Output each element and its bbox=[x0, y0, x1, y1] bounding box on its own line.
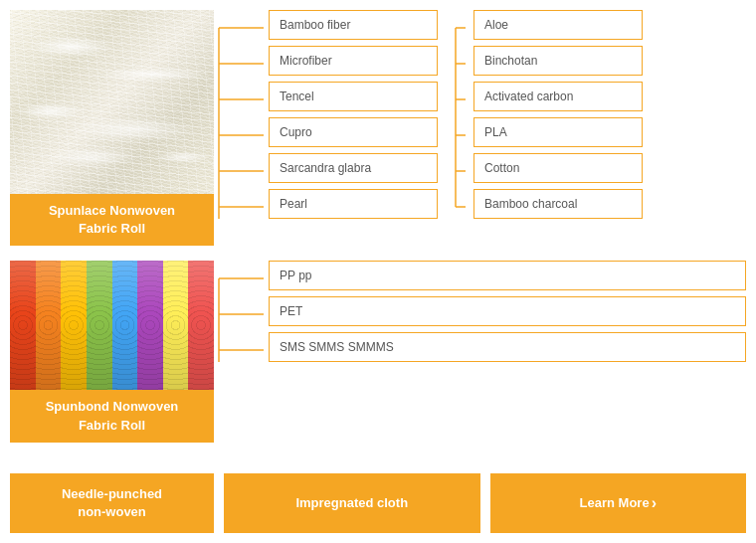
tree-connector-2 bbox=[214, 261, 269, 380]
impregnated-cloth-card[interactable]: Impregnated cloth bbox=[224, 473, 480, 533]
item-cupro[interactable]: Cupro bbox=[269, 117, 438, 147]
item-cotton[interactable]: Cotton bbox=[473, 153, 643, 183]
item-pearl[interactable]: Pearl bbox=[269, 189, 438, 219]
spunlace-label: Spunlace Nonwoven Fabric Roll bbox=[10, 194, 214, 246]
item-sarcandra-glabra[interactable]: Sarcandra glabra bbox=[269, 153, 438, 183]
chevron-icon: › bbox=[652, 492, 657, 514]
item-tencel[interactable]: Tencel bbox=[269, 82, 438, 111]
learn-more-card[interactable]: Learn More › bbox=[490, 473, 747, 533]
spunbond-label: Spunbond Nonwoven Fabric Roll bbox=[10, 390, 214, 442]
impregnated-cloth-label: Impregnated cloth bbox=[295, 494, 408, 512]
item-sms[interactable]: SMS SMMS SMMMS bbox=[269, 332, 746, 362]
tree-connector-mid bbox=[446, 10, 466, 234]
item-microfiber[interactable]: Microfiber bbox=[269, 46, 438, 76]
needle-punched-label: Needle-punched non-woven bbox=[62, 485, 162, 521]
item-activated-carbon[interactable]: Activated carbon bbox=[473, 82, 643, 111]
item-bamboo-fiber[interactable]: Bamboo fiber bbox=[269, 10, 438, 40]
item-aloe[interactable]: Aloe bbox=[473, 10, 643, 40]
item-binchotan[interactable]: Binchotan bbox=[473, 46, 643, 76]
learn-more-label: Learn More bbox=[580, 494, 650, 512]
item-pp-pp[interactable]: PP pp bbox=[269, 261, 746, 290]
item-bamboo-charcoal[interactable]: Bamboo charcoal bbox=[473, 189, 643, 219]
needle-punched-card[interactable]: Needle-punched non-woven bbox=[10, 473, 214, 533]
item-pet[interactable]: PET bbox=[269, 296, 746, 326]
item-pla[interactable]: PLA bbox=[473, 117, 643, 147]
tree-connector-1 bbox=[214, 10, 269, 234]
